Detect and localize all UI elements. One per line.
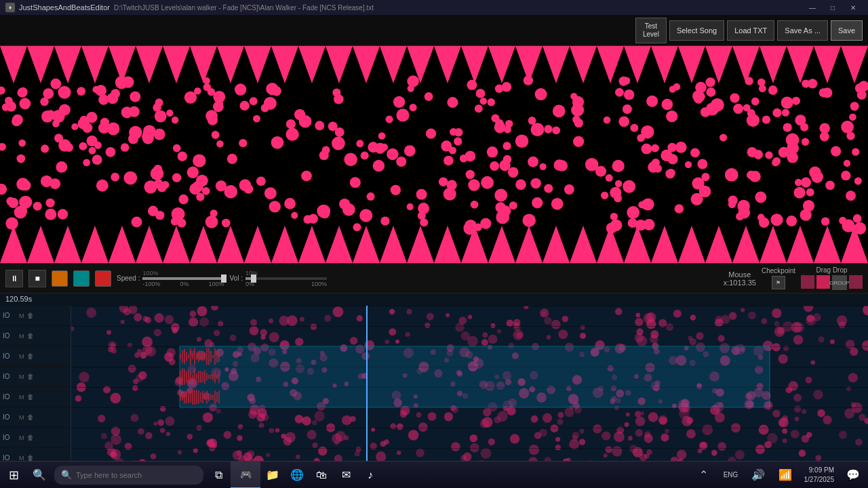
track-delete-0[interactable]: 🗑 bbox=[27, 312, 34, 319]
track-row-5: IO M 🗑 bbox=[0, 407, 71, 428]
speed-pct-label: 100% bbox=[142, 270, 224, 277]
track-row-6: IO M 🗑 bbox=[0, 428, 71, 448]
spikes-top bbox=[0, 46, 868, 87]
checkpoint-icon[interactable]: ⚑ bbox=[772, 276, 785, 289]
mouse-label: Mouse bbox=[724, 270, 756, 279]
game-preview bbox=[0, 46, 868, 263]
track-mute-2[interactable]: M bbox=[19, 353, 24, 360]
minimize-button[interactable]: — bbox=[803, 1, 822, 14]
toolbar: Test Level Select Song Load TXT Save As … bbox=[0, 15, 868, 46]
vol-label: Vol : bbox=[229, 274, 242, 282]
maximize-button[interactable]: □ bbox=[823, 1, 842, 14]
drag-drop-section: Drag Drop GROUP bbox=[801, 266, 863, 290]
track-row-1: IO M 🗑 bbox=[0, 326, 71, 346]
track-label-3: IO bbox=[3, 373, 16, 380]
app-icon: ♦ bbox=[5, 3, 15, 12]
dd-icon-3[interactable]: GROUP bbox=[832, 275, 847, 290]
select-song-button[interactable]: Select Song bbox=[669, 20, 724, 41]
save-button[interactable]: Save bbox=[831, 20, 863, 41]
drag-drop-label: Drag Drop bbox=[816, 266, 847, 274]
track-mute-4[interactable]: M bbox=[19, 394, 24, 401]
color-button-teal[interactable] bbox=[73, 270, 90, 287]
system-tray[interactable]: ⌃ bbox=[692, 462, 716, 489]
dd-icon-4[interactable] bbox=[849, 275, 863, 289]
speed-min-label: -100% bbox=[142, 281, 160, 287]
pause-button[interactable]: ⏸ bbox=[5, 270, 23, 287]
vol-slider[interactable] bbox=[245, 277, 327, 280]
track-delete-1[interactable]: 🗑 bbox=[27, 332, 34, 340]
dd-icon-1[interactable] bbox=[801, 275, 814, 289]
track-label-2: IO bbox=[3, 352, 16, 360]
track-delete-3[interactable]: 🗑 bbox=[27, 373, 34, 380]
color-button-orange[interactable] bbox=[52, 270, 68, 287]
window-controls: — □ ✕ bbox=[803, 1, 863, 14]
track-mute-3[interactable]: M bbox=[19, 373, 24, 380]
track-delete-4[interactable]: 🗑 bbox=[27, 393, 34, 401]
track-mute-6[interactable]: M bbox=[19, 434, 24, 441]
speed-zero-label: 0% bbox=[180, 281, 189, 287]
vol-max-label: 100% bbox=[311, 281, 327, 287]
clock-time: 9:09 PM bbox=[804, 466, 835, 475]
save-as-button[interactable]: Save As ... bbox=[777, 20, 828, 41]
taskbar: ⊞ 🔍 🔍 ⧉ 🎮 📁 🌐 🛍 ✉ ♪ ⌃ ENG 🔊 📶 9:09 PM 1/… bbox=[0, 461, 868, 488]
browser-btn[interactable]: 🌐 bbox=[285, 462, 309, 489]
mouse-x: x:1013.35 bbox=[724, 279, 756, 287]
track-label-1: IO bbox=[3, 332, 16, 340]
drag-drop-icons: GROUP bbox=[801, 275, 863, 290]
track-row-4: IO M 🗑 bbox=[0, 387, 71, 407]
track-mute-0[interactable]: M bbox=[19, 312, 24, 319]
track-label-4: IO bbox=[3, 393, 16, 401]
store-btn[interactable]: 🛍 bbox=[309, 462, 334, 489]
clock-date: 1/27/2025 bbox=[804, 475, 835, 485]
filepath: D:\TwitchJUSB Levels\alan walker - Fade … bbox=[114, 4, 374, 12]
volume-btn[interactable]: 🔊 bbox=[746, 462, 770, 489]
speed-slider[interactable] bbox=[142, 277, 224, 280]
mail-btn[interactable]: ✉ bbox=[334, 462, 358, 489]
svg-rect-1 bbox=[0, 46, 868, 87]
notifications-btn[interactable]: 💬 bbox=[841, 462, 865, 489]
track-row-3: IO M 🗑 bbox=[0, 367, 71, 387]
controls-bar: ⏸ ■ Speed : 100% -100% 0% 100% Vol : 10% bbox=[0, 263, 868, 293]
lang-btn[interactable]: ENG bbox=[719, 462, 743, 489]
color-button-red[interactable] bbox=[95, 270, 111, 287]
speed-control: Speed : 100% -100% 0% 100% bbox=[117, 270, 224, 287]
volume-control: Vol : 10% 0% 100% bbox=[229, 270, 326, 287]
track-delete-6[interactable]: 🗑 bbox=[27, 434, 34, 441]
track-row-2: IO M 🗑 bbox=[0, 346, 71, 367]
task-view-button[interactable]: ⧉ bbox=[206, 462, 231, 489]
app-title: JustShapesAndBeatsEditor bbox=[19, 3, 110, 12]
checkpoint-label: Checkpoint bbox=[762, 267, 795, 274]
track-label-6: IO bbox=[3, 434, 16, 441]
stop-button[interactable]: ■ bbox=[28, 270, 46, 287]
test-level-button[interactable]: Test Level bbox=[635, 18, 667, 43]
track-delete-2[interactable]: 🗑 bbox=[27, 352, 34, 360]
track-row-0: IO M 🗑 bbox=[0, 306, 71, 326]
titlebar: ♦ JustShapesAndBeatsEditor D:\TwitchJUSB… bbox=[0, 0, 868, 15]
search-input[interactable] bbox=[76, 471, 184, 479]
track-label-5: IO bbox=[3, 413, 16, 421]
taskbar-search[interactable]: 🔍 bbox=[54, 466, 203, 485]
dd-icon-2[interactable] bbox=[816, 275, 830, 289]
track-label-0: IO bbox=[3, 312, 16, 319]
mouse-info: Mouse x:1013.35 bbox=[724, 270, 756, 287]
vol-pct-label: 10% bbox=[245, 270, 327, 277]
editor-app-taskbar[interactable]: 🎮 bbox=[231, 462, 260, 489]
editor-area: 120.59s IO M 🗑 IO M 🗑 IO M 🗑 IO M 🗑 IO M… bbox=[0, 293, 868, 488]
speed-label: Speed : bbox=[117, 274, 140, 282]
checkpoint-section: Checkpoint ⚑ bbox=[762, 267, 795, 289]
close-button[interactable]: ✕ bbox=[844, 1, 863, 14]
track-mute-5[interactable]: M bbox=[19, 414, 24, 421]
track-mute-1[interactable]: M bbox=[19, 333, 24, 340]
music-btn[interactable]: ♪ bbox=[358, 462, 382, 489]
titlebar-left: ♦ JustShapesAndBeatsEditor D:\TwitchJUSB… bbox=[5, 3, 374, 12]
taskbar-search-icon[interactable]: 🔍 bbox=[27, 462, 52, 489]
track-mute-7[interactable]: M bbox=[19, 455, 24, 462]
track-delete-5[interactable]: 🗑 bbox=[27, 413, 34, 421]
taskbar-time[interactable]: 9:09 PM 1/27/2025 bbox=[800, 466, 839, 485]
network-btn[interactable]: 📶 bbox=[773, 462, 797, 489]
start-button[interactable]: ⊞ bbox=[0, 462, 27, 489]
taskbar-right: ⌃ ENG 🔊 📶 9:09 PM 1/27/2025 💬 bbox=[692, 462, 869, 489]
time-display: 120.59s bbox=[5, 295, 32, 303]
load-txt-button[interactable]: Load TXT bbox=[727, 20, 774, 41]
file-explorer-btn[interactable]: 📁 bbox=[260, 462, 285, 489]
